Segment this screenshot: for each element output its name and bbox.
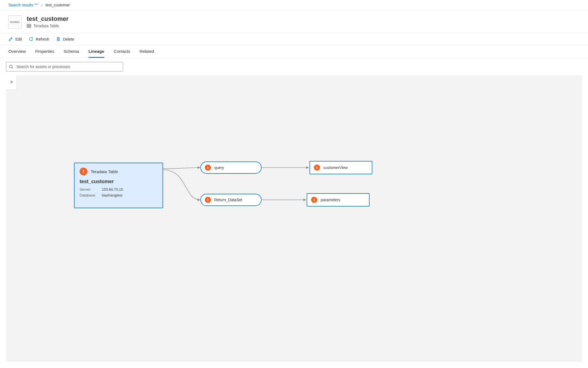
database-value: biazhangtest [102,193,122,197]
lineage-node-output-parameters[interactable]: t parameters [307,193,370,207]
chevron-double-right-icon [9,80,13,85]
lineage-node-type: Teradata Table [91,169,118,174]
lineage-node-label: query [214,165,224,170]
expand-panel-toggle[interactable] [6,75,17,90]
tab-related[interactable]: Related [140,45,154,58]
lineage-node-label: parameters [321,198,340,202]
source-brand-logo: teradata. [8,15,22,29]
page-subtitle: Teradata Table [33,24,59,28]
teradata-icon: t [314,165,320,171]
tab-contacts[interactable]: Contacts [114,45,130,58]
lineage-node-output-customerview[interactable]: t customerView [309,161,372,174]
search-box [6,62,123,71]
search-icon [9,64,13,69]
toolbar: Edit Refresh Delete [0,33,588,45]
lineage-node-label: Return_DataSet [214,198,242,202]
delete-button[interactable]: Delete [56,37,74,41]
tab-overview[interactable]: Overview [8,45,26,58]
teradata-icon: t [311,197,317,203]
page-title: test_customer [27,15,68,23]
tab-schema[interactable]: Schema [64,45,79,58]
svg-point-5 [9,65,12,68]
tab-properties[interactable]: Properties [35,45,54,58]
teradata-icon: t [80,168,87,175]
teradata-icon: t [205,197,211,203]
lineage-node-process-query[interactable]: t query [200,161,262,174]
lineage-node-name: test_customer [80,179,158,185]
search-input[interactable] [6,62,123,71]
breadcrumb-root-link[interactable]: Search results "*" [8,3,39,7]
breadcrumb: Search results "*" › test_customer [0,0,588,10]
breadcrumb-current: test_customer [45,3,70,7]
lineage-node-label: customerView [323,165,348,170]
breadcrumb-separator: › [41,3,43,7]
table-icon [27,24,31,28]
lineage-canvas[interactable]: t Teradata Table test_customer Server: 1… [6,75,582,362]
teradata-icon: t [205,165,211,171]
database-label: Database: [80,193,97,197]
server-value: 153.64.73.15 [102,187,123,192]
server-label: Server: [80,187,97,192]
pencil-icon [8,37,13,41]
page-header: teradata. test_customer Teradata Table [0,10,588,33]
svg-line-6 [12,68,13,69]
refresh-icon [29,37,33,41]
tab-bar: Overview Properties Schema Lineage Conta… [0,45,588,58]
edit-button[interactable]: Edit [8,37,22,41]
trash-icon [56,37,61,41]
lineage-node-process-return-dataset[interactable]: t Return_DataSet [200,194,262,206]
svg-rect-0 [27,24,31,28]
lineage-node-selected[interactable]: t Teradata Table test_customer Server: 1… [74,163,163,208]
refresh-button[interactable]: Refresh [29,37,49,41]
tab-lineage[interactable]: Lineage [88,45,104,58]
search-row [0,58,588,75]
